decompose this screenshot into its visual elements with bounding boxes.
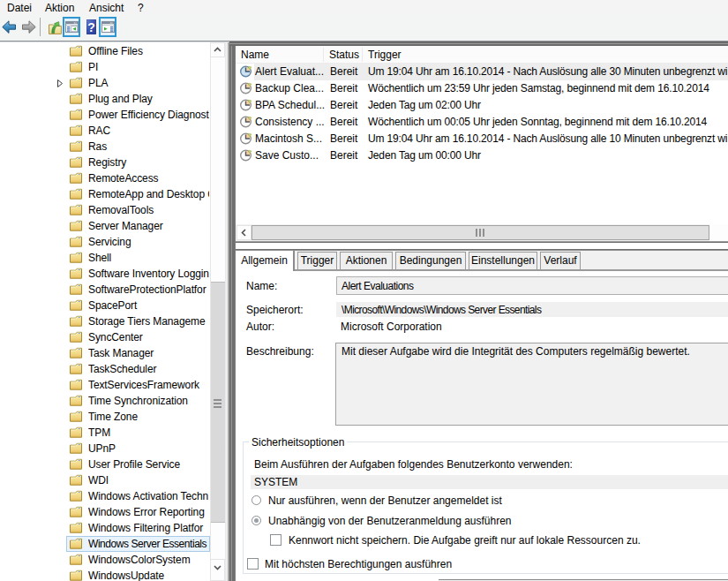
svg-text:?: ?	[87, 20, 95, 34]
